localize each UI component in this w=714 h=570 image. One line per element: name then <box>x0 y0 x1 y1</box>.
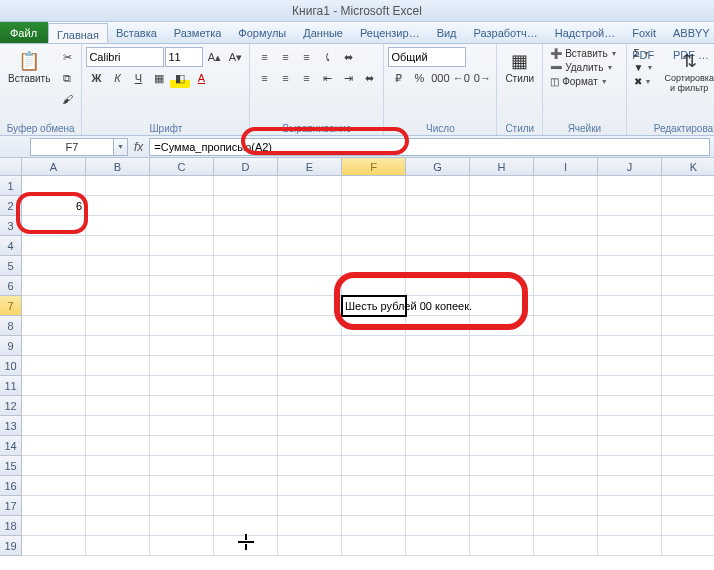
cell-G13[interactable] <box>406 416 470 436</box>
cell-A15[interactable] <box>22 456 86 476</box>
cell-G19[interactable] <box>406 536 470 556</box>
cell-D7[interactable] <box>214 296 278 316</box>
column-header-I[interactable]: I <box>534 158 598 176</box>
cell-D10[interactable] <box>214 356 278 376</box>
cell-G16[interactable] <box>406 476 470 496</box>
copy-button[interactable]: ⧉ <box>57 68 77 88</box>
shrink-font-button[interactable]: A▾ <box>225 47 245 67</box>
cell-H3[interactable] <box>470 216 534 236</box>
tab-file[interactable]: Файл <box>0 22 48 43</box>
comma-button[interactable]: 000 <box>430 68 450 88</box>
format-cells-button[interactable]: ◫Формат▼ <box>547 75 621 88</box>
cell-I9[interactable] <box>534 336 598 356</box>
column-header-B[interactable]: B <box>86 158 150 176</box>
align-right-button[interactable]: ≡ <box>296 68 316 88</box>
cell-A5[interactable] <box>22 256 86 276</box>
row-header-11[interactable]: 11 <box>0 376 22 396</box>
cell-A7[interactable] <box>22 296 86 316</box>
cell-E13[interactable] <box>278 416 342 436</box>
cut-button[interactable]: ✂ <box>57 47 77 67</box>
cell-F16[interactable] <box>342 476 406 496</box>
column-header-F[interactable]: F <box>342 158 406 176</box>
cell-D9[interactable] <box>214 336 278 356</box>
cell-D4[interactable] <box>214 236 278 256</box>
cell-K1[interactable] <box>662 176 714 196</box>
fx-button[interactable]: fx <box>134 140 143 154</box>
cell-A19[interactable] <box>22 536 86 556</box>
cell-C14[interactable] <box>150 436 214 456</box>
cell-F7[interactable]: Шесть рублей 00 копеек. <box>342 296 406 316</box>
cell-I6[interactable] <box>534 276 598 296</box>
cell-F4[interactable] <box>342 236 406 256</box>
cell-K15[interactable] <box>662 456 714 476</box>
row-header-10[interactable]: 10 <box>0 356 22 376</box>
cell-G9[interactable] <box>406 336 470 356</box>
cell-G1[interactable] <box>406 176 470 196</box>
cell-G3[interactable] <box>406 216 470 236</box>
cell-E2[interactable] <box>278 196 342 216</box>
cell-A10[interactable] <box>22 356 86 376</box>
align-bottom-button[interactable]: ≡ <box>296 47 316 67</box>
cell-F8[interactable] <box>342 316 406 336</box>
cell-K5[interactable] <box>662 256 714 276</box>
cell-C9[interactable] <box>150 336 214 356</box>
sort-filter-button[interactable]: ⇅ Сортировка и фильтр <box>661 47 715 95</box>
cell-D5[interactable] <box>214 256 278 276</box>
wrap-text-button[interactable]: ⬌ <box>338 47 358 67</box>
tab-data[interactable]: Данные <box>295 22 352 43</box>
cell-D12[interactable] <box>214 396 278 416</box>
cell-F1[interactable] <box>342 176 406 196</box>
cell-A6[interactable] <box>22 276 86 296</box>
cell-I14[interactable] <box>534 436 598 456</box>
cell-E9[interactable] <box>278 336 342 356</box>
cell-H16[interactable] <box>470 476 534 496</box>
cell-E8[interactable] <box>278 316 342 336</box>
paste-button[interactable]: 📋 Вставить <box>4 47 54 86</box>
cell-I15[interactable] <box>534 456 598 476</box>
row-header-8[interactable]: 8 <box>0 316 22 336</box>
cell-C6[interactable] <box>150 276 214 296</box>
cell-I11[interactable] <box>534 376 598 396</box>
formula-bar[interactable]: =Сумма_прописью(A2) <box>149 138 710 156</box>
row-header-17[interactable]: 17 <box>0 496 22 516</box>
cell-K10[interactable] <box>662 356 714 376</box>
cell-C8[interactable] <box>150 316 214 336</box>
cell-I16[interactable] <box>534 476 598 496</box>
cell-K13[interactable] <box>662 416 714 436</box>
cell-C5[interactable] <box>150 256 214 276</box>
cell-H6[interactable] <box>470 276 534 296</box>
number-format-select[interactable] <box>388 47 466 67</box>
cell-I5[interactable] <box>534 256 598 276</box>
cell-H17[interactable] <box>470 496 534 516</box>
cell-K8[interactable] <box>662 316 714 336</box>
indent-dec-button[interactable]: ⇤ <box>317 68 337 88</box>
cell-C19[interactable] <box>150 536 214 556</box>
name-box[interactable]: F7 <box>30 138 114 156</box>
cell-I13[interactable] <box>534 416 598 436</box>
cell-B10[interactable] <box>86 356 150 376</box>
cell-J10[interactable] <box>598 356 662 376</box>
cell-G4[interactable] <box>406 236 470 256</box>
row-header-12[interactable]: 12 <box>0 396 22 416</box>
tab-developer[interactable]: Разработч… <box>466 22 547 43</box>
cell-F18[interactable] <box>342 516 406 536</box>
cell-E12[interactable] <box>278 396 342 416</box>
format-painter-button[interactable]: 🖌 <box>57 89 77 109</box>
cell-H10[interactable] <box>470 356 534 376</box>
cell-J15[interactable] <box>598 456 662 476</box>
cell-C15[interactable] <box>150 456 214 476</box>
cell-G6[interactable] <box>406 276 470 296</box>
cell-A17[interactable] <box>22 496 86 516</box>
cell-C3[interactable] <box>150 216 214 236</box>
cell-D6[interactable] <box>214 276 278 296</box>
column-header-H[interactable]: H <box>470 158 534 176</box>
cell-F19[interactable] <box>342 536 406 556</box>
cell-K4[interactable] <box>662 236 714 256</box>
cell-K6[interactable] <box>662 276 714 296</box>
bold-button[interactable]: Ж <box>86 68 106 88</box>
cell-B17[interactable] <box>86 496 150 516</box>
cell-D3[interactable] <box>214 216 278 236</box>
spreadsheet-grid[interactable]: ABCDEFGHIJK 1234567891011121314151617181… <box>0 158 714 570</box>
cell-E3[interactable] <box>278 216 342 236</box>
cell-J5[interactable] <box>598 256 662 276</box>
